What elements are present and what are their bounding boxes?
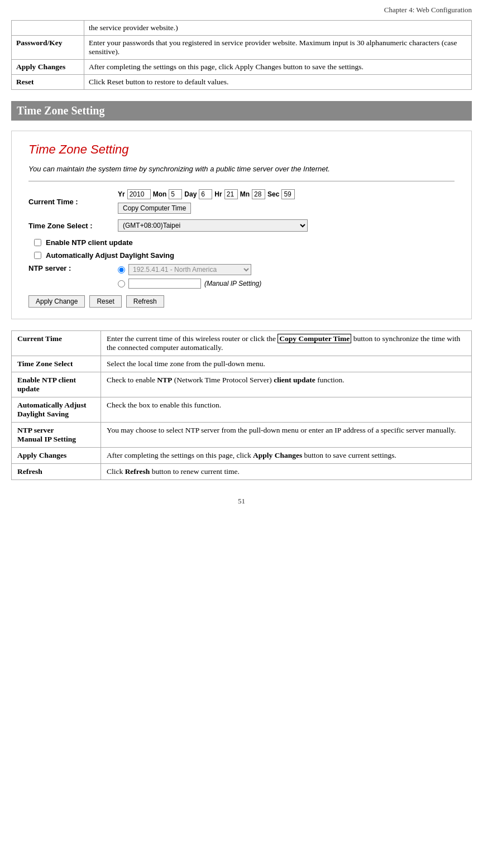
table-cell-label: Reset: [12, 75, 84, 90]
current-time-row: Current Time : Yr Mon Day Hr Mn Sec Copy…: [28, 189, 455, 214]
timezone-select[interactable]: (GMT+08:00)Taipei: [118, 219, 308, 232]
ntp-client-checkbox-row: Enable NTP client update: [34, 238, 455, 247]
table-row: Current Time Enter the current time of t…: [12, 331, 472, 356]
time-inputs: Yr Mon Day Hr Mn Sec: [118, 189, 295, 199]
settings-panel-title: Time Zone Setting: [28, 142, 455, 157]
chapter-header-text: Chapter 4: Web Configuration: [384, 6, 472, 14]
mon-label: Mon: [153, 190, 167, 198]
table-cell-value: Enter the current time of this wireless …: [101, 331, 472, 356]
mon-input[interactable]: [169, 189, 182, 199]
table-cell-value: Click Refresh button to renew current ti…: [101, 464, 472, 480]
top-table: the service provider website.) Password/…: [11, 20, 472, 90]
section-heading-text: Time Zone Setting: [17, 104, 104, 117]
action-buttons: Apply Change Reset Refresh: [28, 295, 455, 308]
table-cell-value: Enter your passwords that you registered…: [84, 36, 472, 60]
table-row: NTP serverManual IP Setting You may choo…: [12, 423, 472, 448]
mn-label: Mn: [240, 190, 250, 198]
table-row: Refresh Click Refresh button to renew cu…: [12, 464, 472, 480]
ntp-server-label: NTP server :: [28, 264, 118, 272]
table-row: Apply Changes After completing the setti…: [12, 448, 472, 464]
settings-panel: Time Zone Setting You can maintain the s…: [11, 131, 472, 319]
table-row: Reset Click Reset button to restore to d…: [12, 75, 472, 90]
ntp-server-row: NTP server : 192.5.41.41 - North America…: [28, 264, 455, 289]
hr-label: Hr: [214, 190, 222, 198]
ntp-option-manual: (Manual IP Setting): [118, 279, 261, 289]
table-cell-label: Automatically Adjust Daylight Saving: [12, 397, 101, 423]
ntp-client-checkbox[interactable]: [34, 239, 41, 246]
daylight-checkbox-row: Automatically Adjust Daylight Saving: [34, 251, 455, 260]
table-cell-label: Password/Key: [12, 36, 84, 60]
bottom-table: Current Time Enter the current time of t…: [11, 330, 472, 480]
page-number: 51: [11, 497, 472, 506]
settings-panel-desc: You can maintain the system time by sync…: [28, 165, 455, 173]
current-time-label: Current Time :: [28, 198, 118, 206]
ntp-manual-radio[interactable]: [118, 280, 125, 287]
table-cell-label: Current Time: [12, 331, 101, 356]
apply-change-button[interactable]: Apply Change: [28, 295, 85, 308]
table-cell-label: Refresh: [12, 464, 101, 480]
mn-input[interactable]: [252, 189, 265, 199]
timezone-label: Time Zone Select :: [28, 222, 118, 230]
day-label: Day: [184, 190, 197, 198]
table-row: Password/Key Enter your passwords that y…: [12, 36, 472, 60]
settings-divider: [28, 181, 455, 181]
table-cell-label: Enable NTP client update: [12, 372, 101, 397]
sec-input[interactable]: [281, 189, 295, 199]
ntp-client-label: Enable NTP client update: [46, 238, 133, 247]
daylight-checkbox[interactable]: [34, 252, 41, 259]
table-cell-label: [12, 21, 84, 36]
table-cell-value: You may choose to select NTP server from…: [101, 423, 472, 448]
ntp-options: 192.5.41.41 - North America (Manual IP S…: [118, 264, 261, 289]
table-cell-value: the service provider website.): [84, 21, 472, 36]
refresh-button[interactable]: Refresh: [126, 295, 164, 308]
table-row: Automatically Adjust Daylight Saving Che…: [12, 397, 472, 423]
daylight-label: Automatically Adjust Daylight Saving: [46, 251, 174, 260]
section-heading: Time Zone Setting: [11, 101, 472, 121]
table-cell-value: Check the box to enable this function.: [101, 397, 472, 423]
copy-computer-time-button[interactable]: Copy Computer Time: [118, 203, 191, 214]
table-row: Enable NTP client update Check to enable…: [12, 372, 472, 397]
table-row: Time Zone Select Select the local time z…: [12, 356, 472, 372]
ntp-option-preset: 192.5.41.41 - North America: [118, 264, 261, 275]
table-cell-value: After completing the settings on this pa…: [84, 60, 472, 75]
ntp-server-select[interactable]: 192.5.41.41 - North America: [128, 264, 251, 275]
ntp-manual-desc: (Manual IP Setting): [204, 280, 261, 287]
hr-input[interactable]: [224, 189, 238, 199]
sec-label: Sec: [267, 190, 279, 198]
copy-computer-time-ref: Copy Computer Time: [278, 334, 351, 343]
table-cell-value: After completing the settings on this pa…: [101, 448, 472, 464]
reset-button[interactable]: Reset: [89, 295, 121, 308]
timezone-row: Time Zone Select : (GMT+08:00)Taipei: [28, 219, 455, 232]
table-cell-value: Check to enable NTP (Network Time Protoc…: [101, 372, 472, 397]
yr-input[interactable]: [127, 189, 151, 199]
table-cell-label: NTP serverManual IP Setting: [12, 423, 101, 448]
ntp-preset-radio[interactable]: [118, 266, 125, 274]
table-cell-label: Time Zone Select: [12, 356, 101, 372]
chapter-header: Chapter 4: Web Configuration: [11, 6, 472, 15]
table-cell-label: Apply Changes: [12, 448, 101, 464]
table-row: the service provider website.): [12, 21, 472, 36]
table-cell-value: Click Reset button to restore to default…: [84, 75, 472, 90]
yr-label: Yr: [118, 190, 125, 198]
ntp-manual-input[interactable]: [128, 279, 201, 289]
table-cell-value: Select the local time zone from the pull…: [101, 356, 472, 372]
table-row: Apply Changes After completing the setti…: [12, 60, 472, 75]
day-input[interactable]: [199, 189, 212, 199]
table-cell-label: Apply Changes: [12, 60, 84, 75]
